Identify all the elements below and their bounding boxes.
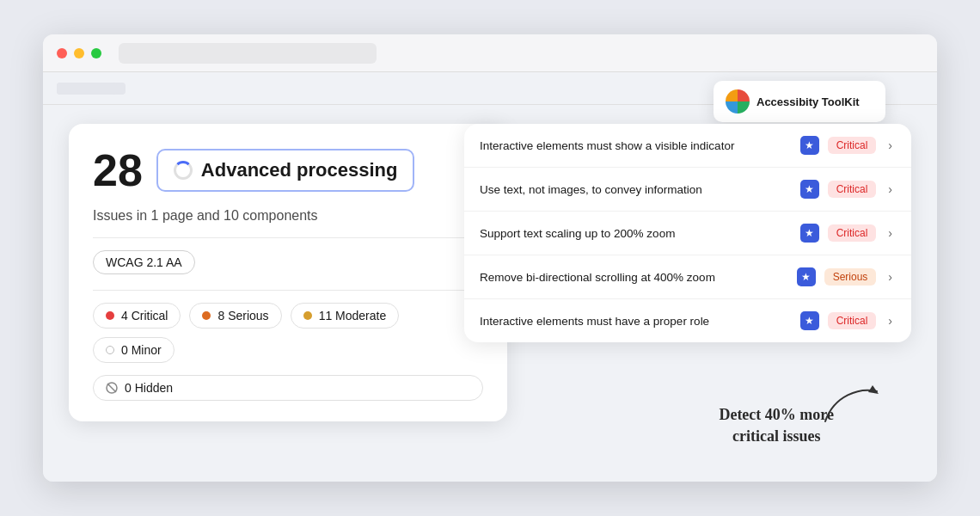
minor-dot-icon [106, 346, 114, 354]
page-content: Accessibity ToolKit 28 Advanced processi… [43, 72, 937, 482]
extension-logo-icon [726, 89, 750, 114]
star-badge-3: ★ [800, 224, 819, 243]
issue-text-3: Support text scaling up to 200% zoom [480, 227, 792, 240]
pill-moderate[interactable]: 11 Moderate [291, 303, 400, 329]
star-badge-1: ★ [800, 136, 819, 155]
severity-tag-2: Critical [828, 181, 877, 198]
issue-row-4[interactable]: Remove bi-directional scrolling at 400% … [464, 255, 911, 299]
severity-tag-5: Critical [828, 312, 877, 329]
svg-line-1 [107, 384, 116, 392]
wcag-badge[interactable]: WCAG 2.1 AA [93, 250, 195, 274]
pill-serious[interactable]: 8 Serious [189, 303, 281, 329]
browser-bar [43, 34, 937, 72]
chevron-btn-3[interactable]: › [885, 224, 896, 242]
issue-row-2[interactable]: Use text, not images, to convey informat… [464, 168, 911, 212]
pill-hidden[interactable]: 0 Hidden [93, 375, 483, 401]
severity-tag-4: Serious [824, 268, 877, 286]
annotation: Detect 40% more critical issues [719, 404, 834, 447]
hidden-eye-icon [106, 382, 118, 394]
critical-dot-icon [106, 311, 114, 320]
maximize-dot[interactable] [91, 48, 101, 58]
card-divider [93, 237, 483, 238]
star-badge-5: ★ [800, 311, 819, 330]
processing-spinner-icon [174, 161, 193, 180]
processing-badge: Advanced processing [156, 149, 415, 192]
main-card: 28 Advanced processing Issues in 1 page … [69, 124, 507, 421]
critical-label: 4 Critical [121, 309, 168, 322]
annotation-arrow-icon [817, 378, 885, 430]
chevron-btn-4[interactable]: › [885, 268, 896, 286]
issue-row-3[interactable]: Support text scaling up to 200% zoom ★ C… [464, 212, 911, 255]
extension-title: Accessibity ToolKit [756, 95, 860, 108]
toolbar-item-3 [57, 83, 117, 95]
close-dot[interactable] [57, 48, 67, 58]
chevron-btn-2[interactable]: › [885, 181, 896, 198]
browser-window: Accessibity ToolKit 28 Advanced processi… [43, 34, 937, 482]
chevron-btn-1[interactable]: › [885, 137, 896, 154]
issue-text-4: Remove bi-directional scrolling at 400% … [480, 271, 788, 284]
extension-popup[interactable]: Accessibity ToolKit [714, 81, 885, 122]
moderate-label: 11 Moderate [319, 309, 387, 322]
minor-label: 0 Minor [121, 343, 162, 357]
issue-row-1[interactable]: Interactive elements must show a visible… [464, 124, 911, 168]
issues-panel: Interactive elements must show a visible… [464, 124, 911, 342]
card-header: 28 Advanced processing [93, 148, 483, 193]
hidden-label: 0 Hidden [125, 381, 173, 395]
processing-text: Advanced processing [201, 159, 398, 181]
card-divider-2 [93, 290, 483, 291]
card-subtitle: Issues in 1 page and 10 components [93, 208, 483, 224]
severity-tag-1: Critical [828, 137, 877, 154]
pill-critical[interactable]: 4 Critical [93, 303, 181, 329]
chevron-btn-5[interactable]: › [885, 312, 896, 329]
pill-minor[interactable]: 0 Minor [93, 337, 175, 363]
url-bar[interactable] [119, 43, 377, 64]
minimize-dot[interactable] [74, 48, 84, 58]
issue-text-1: Interactive elements must show a visible… [480, 139, 792, 152]
issue-count: 28 [93, 148, 143, 193]
issue-pills-grid: 4 Critical 8 Serious 11 Moderate 0 Minor [93, 303, 483, 363]
severity-tag-3: Critical [828, 224, 877, 242]
moderate-dot-icon [303, 311, 312, 320]
star-badge-4: ★ [797, 267, 816, 286]
star-badge-2: ★ [800, 180, 819, 199]
issue-row-5[interactable]: Interactive elements must have a proper … [464, 299, 911, 342]
serious-dot-icon [202, 311, 211, 320]
issue-text-5: Interactive elements must have a proper … [480, 315, 792, 328]
serious-label: 8 Serious [217, 309, 268, 322]
issue-text-2: Use text, not images, to convey informat… [480, 183, 792, 196]
